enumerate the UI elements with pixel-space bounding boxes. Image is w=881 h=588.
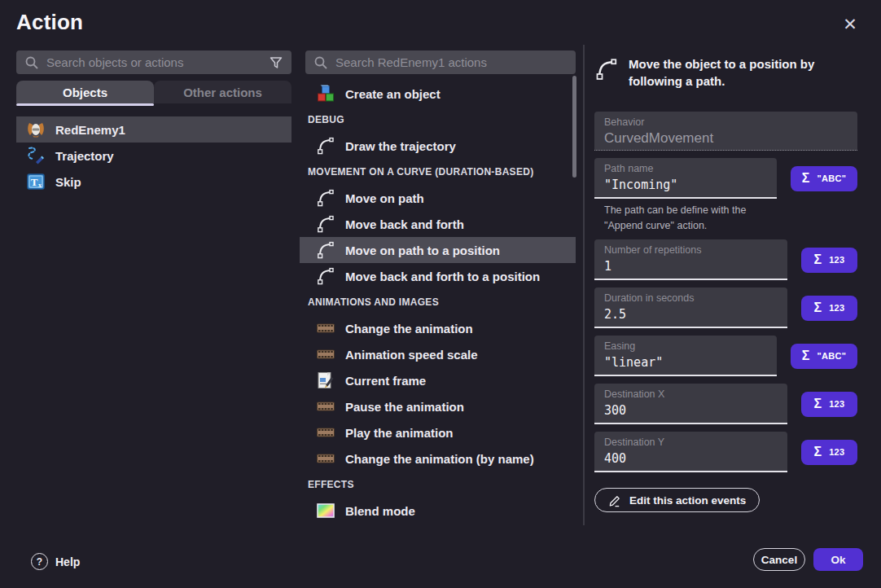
list-item-redenemy1[interactable]: RedEnemy1 bbox=[16, 116, 291, 143]
sigma-icon: Σ bbox=[814, 445, 822, 459]
sigma-icon: Σ bbox=[814, 397, 822, 411]
field-label: Duration in seconds bbox=[604, 292, 778, 305]
curve-icon bbox=[594, 57, 619, 81]
cubes-icon bbox=[316, 84, 335, 103]
destination-x-value: 300 bbox=[604, 401, 778, 420]
num-label: 123 bbox=[829, 303, 844, 313]
action-item-blend-mode[interactable]: Blend mode bbox=[300, 498, 576, 524]
description-text: Move the object to a position by followi… bbox=[629, 55, 857, 90]
action-label: Current frame bbox=[345, 374, 426, 388]
behavior-field[interactable]: Behavior CurvedMovement bbox=[594, 112, 857, 151]
action-label: Change the animation bbox=[345, 322, 473, 336]
help-link[interactable]: ? Help bbox=[31, 553, 80, 570]
duration-value: 2.5 bbox=[604, 305, 778, 324]
action-label: Change the animation (by name) bbox=[345, 452, 534, 466]
action-config-panel: Move the object to a position by followi… bbox=[594, 50, 857, 512]
curve-icon bbox=[316, 266, 335, 286]
ok-button[interactable]: Ok bbox=[813, 548, 863, 571]
objects-search-input[interactable] bbox=[46, 55, 261, 69]
object-label: Trajectory bbox=[55, 149, 114, 163]
svg-text:x: x bbox=[38, 182, 42, 189]
film-strip-icon bbox=[316, 449, 335, 468]
action-label: Move on path bbox=[345, 191, 424, 205]
trajectory-curve-icon bbox=[26, 146, 46, 165]
action-item-change-animation-by-name[interactable]: Change the animation (by name) bbox=[300, 445, 576, 472]
action-item-move-back-forth-to-position[interactable]: Move back and forth to a position bbox=[300, 263, 576, 289]
film-strip-icon bbox=[316, 344, 335, 364]
film-strip-icon bbox=[316, 423, 335, 442]
curve-icon bbox=[316, 214, 335, 234]
panel-divider bbox=[583, 45, 585, 525]
field-label: Behavior bbox=[604, 116, 848, 129]
num-label: 123 bbox=[829, 255, 844, 265]
pencil-icon bbox=[608, 494, 622, 507]
abc-label: "ABC" bbox=[817, 173, 846, 183]
action-label: Move back and forth bbox=[345, 217, 464, 231]
num-label: 123 bbox=[829, 399, 844, 409]
action-item-move-back-forth[interactable]: Move back and forth bbox=[300, 211, 576, 237]
close-icon[interactable]: ✕ bbox=[837, 11, 863, 37]
list-item-skip[interactable]: T x Skip bbox=[16, 169, 291, 195]
expression-editor-button-123[interactable]: Σ 123 bbox=[801, 248, 857, 273]
film-strip-icon bbox=[316, 318, 335, 338]
section-header-debug: DEBUG bbox=[300, 107, 576, 133]
action-item-draw-trajectory[interactable]: Draw the trajectory bbox=[300, 133, 576, 159]
objects-tabs: Objects Other actions bbox=[16, 81, 291, 106]
action-item-move-on-path[interactable]: Move on path bbox=[300, 185, 576, 211]
action-label: Move on path to a position bbox=[345, 244, 500, 257]
expression-editor-button-123[interactable]: Σ 123 bbox=[801, 296, 857, 321]
edit-action-events-button[interactable]: Edit this action events bbox=[594, 488, 760, 512]
action-item-move-on-path-to-position[interactable]: Move on path to a position bbox=[300, 237, 576, 263]
action-item-change-animation[interactable]: Change the animation bbox=[300, 315, 576, 341]
curve-icon bbox=[316, 240, 335, 260]
behavior-value: CurvedMovement bbox=[604, 129, 848, 148]
edit-button-label: Edit this action events bbox=[629, 494, 746, 507]
action-item-current-frame[interactable]: Current frame bbox=[300, 367, 576, 393]
section-header-animations: ANIMATIONS AND IMAGES bbox=[300, 289, 576, 315]
easing-value: "linear" bbox=[604, 353, 767, 372]
abc-label: "ABC" bbox=[817, 351, 846, 361]
action-item-create-object[interactable]: Create an object bbox=[300, 81, 576, 107]
expression-editor-button-abc[interactable]: Σ "ABC" bbox=[791, 166, 857, 191]
repetitions-field[interactable]: Number of repetitions 1 bbox=[594, 239, 787, 280]
action-item-animation-speed-scale[interactable]: Animation speed scale bbox=[300, 341, 576, 367]
tab-other-actions[interactable]: Other actions bbox=[154, 81, 291, 103]
curve-icon bbox=[316, 188, 335, 208]
filter-icon[interactable] bbox=[269, 55, 283, 70]
destination-y-field[interactable]: Destination Y 400 bbox=[594, 432, 787, 472]
field-label: Easing bbox=[604, 340, 767, 353]
object-label: Skip bbox=[55, 175, 81, 189]
path-name-field[interactable]: Path name "Incoming" bbox=[594, 158, 777, 199]
search-icon bbox=[313, 55, 328, 70]
sigma-icon: Σ bbox=[802, 349, 810, 363]
duration-field[interactable]: Duration in seconds 2.5 bbox=[594, 287, 787, 328]
sigma-icon: Σ bbox=[814, 252, 822, 267]
action-label: Move back and forth to a position bbox=[345, 270, 540, 283]
expression-editor-button-123[interactable]: Σ 123 bbox=[801, 392, 857, 417]
section-header-effects: EFFECTS bbox=[300, 472, 576, 498]
path-name-value: "Incoming" bbox=[604, 175, 767, 195]
easing-field[interactable]: Easing "linear" bbox=[594, 336, 777, 376]
tab-objects[interactable]: Objects bbox=[16, 81, 154, 103]
list-item-trajectory[interactable]: Trajectory bbox=[16, 143, 291, 169]
objects-search[interactable] bbox=[16, 50, 291, 74]
object-label: RedEnemy1 bbox=[55, 123, 125, 137]
cancel-button[interactable]: Cancel bbox=[753, 548, 805, 571]
sigma-icon: Σ bbox=[814, 301, 822, 315]
action-label: Draw the trajectory bbox=[345, 139, 456, 153]
actions-scrollbar[interactable] bbox=[572, 76, 576, 178]
expression-editor-button-abc[interactable]: Σ "ABC" bbox=[791, 344, 857, 369]
action-item-pause-animation[interactable]: Pause the animation bbox=[300, 393, 576, 419]
actions-search-input[interactable] bbox=[335, 55, 568, 69]
action-label: Pause the animation bbox=[345, 400, 464, 414]
action-item-play-animation[interactable]: Play the animation bbox=[300, 419, 576, 445]
actions-search[interactable] bbox=[305, 50, 576, 74]
blend-mode-icon bbox=[316, 501, 335, 520]
destination-x-field[interactable]: Destination X 300 bbox=[594, 384, 787, 424]
field-label: Destination Y bbox=[604, 437, 778, 449]
text-object-icon: T x bbox=[26, 172, 46, 191]
expression-editor-button-123[interactable]: Σ 123 bbox=[801, 440, 857, 465]
repetitions-value: 1 bbox=[604, 257, 778, 276]
action-label: Blend mode bbox=[345, 504, 415, 518]
action-label: Play the animation bbox=[345, 426, 454, 440]
